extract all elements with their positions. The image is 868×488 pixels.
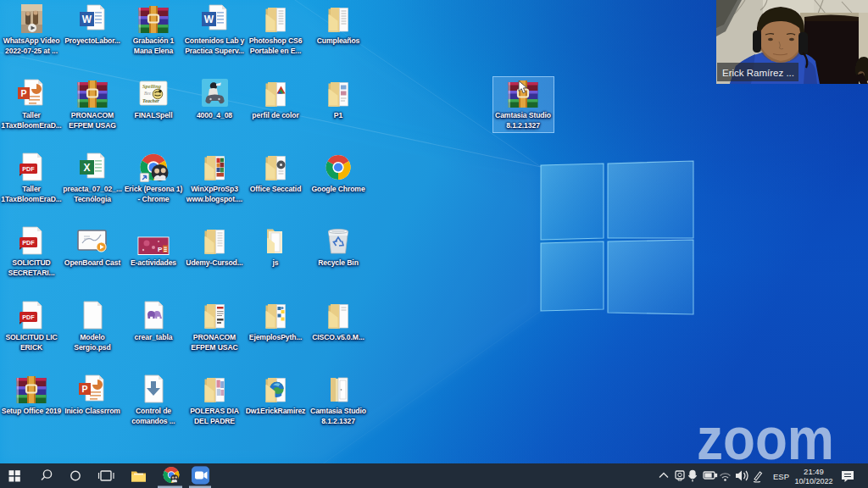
svg-text:P: P bbox=[158, 246, 163, 253]
svg-text:Erick Ramírez ...: Erick Ramírez ... bbox=[722, 68, 794, 78]
svg-text:W: W bbox=[82, 14, 92, 25]
svg-text:PDF: PDF bbox=[22, 239, 35, 247]
svg-text:PDF: PDF bbox=[22, 165, 35, 173]
svg-text:Bee: Bee bbox=[144, 91, 152, 96]
svg-text:zoom: zoom bbox=[697, 419, 834, 470]
svg-text:P: P bbox=[81, 384, 87, 394]
svg-text:21:49: 21:49 bbox=[804, 467, 824, 476]
svg-text:PDF: PDF bbox=[22, 313, 35, 321]
svg-text:P: P bbox=[20, 88, 26, 98]
svg-text:10/10/2022: 10/10/2022 bbox=[794, 477, 832, 485]
svg-text:ESP: ESP bbox=[773, 472, 789, 481]
svg-text:Spelling: Spelling bbox=[142, 83, 162, 89]
svg-text:W: W bbox=[204, 14, 214, 25]
svg-text:Teacher: Teacher bbox=[142, 98, 159, 103]
svg-text:X: X bbox=[83, 162, 90, 174]
